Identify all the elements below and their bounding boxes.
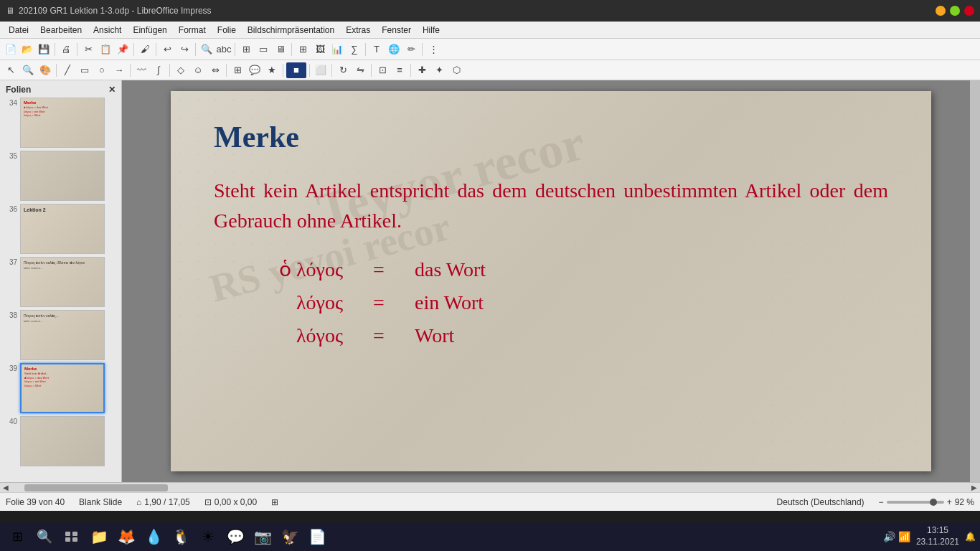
color-tool-icon[interactable]: 🎨	[37, 62, 53, 78]
menu-format[interactable]: Format	[173, 24, 212, 37]
slide-canvas[interactable]: Teyyor recor RS yevoi recor Merke Steht …	[171, 91, 931, 471]
formula-icon[interactable]: ∑	[347, 42, 362, 57]
ellipse-icon[interactable]: ○	[94, 62, 110, 78]
new-icon[interactable]: 📄	[3, 42, 19, 57]
scroll-thumb[interactable]	[971, 105, 980, 163]
textbox-icon[interactable]: T	[369, 42, 385, 57]
extrude-icon[interactable]: ⬡	[448, 62, 464, 78]
menu-bildschirm[interactable]: Bildschirmpräsentation	[242, 24, 340, 37]
app5-button[interactable]: ☀	[195, 524, 221, 550]
slide-img-40[interactable]	[20, 416, 105, 466]
image-icon[interactable]: 🖼	[312, 42, 328, 57]
copy-icon[interactable]: 📋	[98, 42, 113, 57]
redo-icon[interactable]: ↪	[176, 42, 192, 57]
more1-icon[interactable]: ⋮	[425, 42, 441, 57]
display-icon[interactable]: 🖥	[273, 42, 288, 57]
hscrollbar[interactable]: ◀ ▶	[0, 482, 980, 492]
brush-icon[interactable]: 🖌	[137, 42, 153, 57]
callout-icon[interactable]: 💬	[247, 62, 263, 78]
arrange-icon[interactable]: ⊡	[374, 62, 390, 78]
app9-button[interactable]: 📄	[304, 524, 330, 550]
close-button[interactable]	[964, 6, 974, 16]
app3-button[interactable]: 💧	[141, 524, 166, 550]
slide-thumb-34[interactable]: 34 Merke ὁ λόγος = das Wortλόγος = ein W…	[3, 98, 118, 148]
taskview-button[interactable]	[59, 524, 85, 550]
slide-thumb-37[interactable]: 37 Πέτρος ἐστὶν καλὸς. Βλέπει τὸν λόγον …	[3, 257, 118, 307]
curve-icon[interactable]: ∫	[151, 62, 166, 78]
glue-icon[interactable]: ✦	[431, 62, 447, 78]
hscroll-left-arrow[interactable]: ◀	[1, 484, 10, 491]
zoom-slider[interactable]	[887, 501, 944, 504]
slide-img-35[interactable]	[20, 151, 105, 201]
find-icon[interactable]: 🔍	[199, 42, 215, 57]
chart-icon[interactable]: 📊	[329, 42, 345, 57]
rotate-icon[interactable]: ↻	[335, 62, 351, 78]
slide-img-36[interactable]: Lektion 2	[20, 204, 105, 254]
filemanager-button[interactable]: 📁	[86, 524, 112, 550]
menu-extras[interactable]: Extras	[340, 24, 376, 37]
connector-icon[interactable]: →	[111, 62, 127, 78]
firefox-button[interactable]: 🦊	[113, 524, 139, 550]
grid-icon[interactable]: ⊞	[238, 42, 254, 57]
slide-thumb-39[interactable]: 39 Merke Steht kein Artikel...ὁ λόγος = …	[3, 363, 118, 413]
paste-icon[interactable]: 📌	[115, 42, 131, 57]
maximize-button[interactable]	[950, 6, 960, 16]
block-arrow-icon[interactable]: ⊞	[230, 62, 245, 78]
zoom-in-icon[interactable]: +	[947, 497, 952, 507]
smiley-icon[interactable]: ☺	[190, 62, 206, 78]
slide-img-38[interactable]: Πέτρος ἐστὶν καλὸς... table content...	[20, 310, 105, 360]
menu-folie[interactable]: Folie	[212, 24, 242, 37]
spell-icon[interactable]: abc	[216, 42, 232, 57]
shadow-icon[interactable]: ⬜	[313, 62, 329, 78]
line-icon[interactable]: ╱	[60, 62, 75, 78]
menu-hilfe[interactable]: Hilfe	[417, 24, 446, 37]
slide-img-37[interactable]: Πέτρος ἐστὶν καλὸς. Βλέπει τὸν λόγον tab…	[20, 257, 105, 307]
print-icon[interactable]: 🖨	[58, 42, 74, 57]
minimize-button[interactable]	[936, 6, 946, 16]
slide-thumb-35[interactable]: 35	[3, 151, 118, 201]
menu-datei[interactable]: Datei	[3, 24, 34, 37]
point-edit-icon[interactable]: ✚	[414, 62, 430, 78]
start-button[interactable]: ⊞	[4, 524, 30, 550]
canvas-area[interactable]: Teyyor recor RS yevoi recor Merke Steht …	[122, 80, 980, 482]
app4-button[interactable]: 🐧	[168, 524, 194, 550]
star-icon[interactable]: ★	[264, 62, 280, 78]
table-icon[interactable]: ⊞	[295, 42, 311, 57]
zoom-tool-icon[interactable]: 🔍	[20, 62, 36, 78]
menu-ansicht[interactable]: Ansicht	[88, 24, 127, 37]
panel-close-icon[interactable]: ✕	[108, 85, 116, 95]
view-icon[interactable]: ▭	[255, 42, 271, 57]
freehand-icon[interactable]: 〰	[133, 62, 149, 78]
hscroll-right-arrow[interactable]: ▶	[970, 484, 979, 491]
align-icon[interactable]: ≡	[392, 62, 407, 78]
app6-button[interactable]: 💬	[222, 524, 248, 550]
slide-thumb-40[interactable]: 40	[3, 416, 118, 466]
search-button[interactable]: 🔍	[32, 524, 57, 550]
slide-img-39[interactable]: Merke Steht kein Artikel...ὁ λόγος = das…	[20, 363, 105, 413]
slide-panel[interactable]: Folien ✕ 34 Merke ὁ λόγος = das Wortλόγο…	[0, 80, 122, 482]
open-icon[interactable]: 📂	[19, 42, 35, 57]
menu-einfuegen[interactable]: Einfügen	[127, 24, 172, 37]
cut-icon[interactable]: ✂	[80, 42, 96, 57]
scroll-up-arrow[interactable]: ▲	[971, 80, 980, 91]
slide-img-34[interactable]: Merke ὁ λόγος = das Wortλόγος = ein Wort…	[20, 98, 105, 148]
undo-icon[interactable]: ↩	[159, 42, 175, 57]
app8-button[interactable]: 🦅	[277, 524, 303, 550]
hscroll-thumb[interactable]	[24, 484, 168, 491]
save-icon[interactable]: 💾	[36, 42, 52, 57]
scroll-down-arrow[interactable]: ▼	[971, 471, 980, 482]
zoom-out-icon[interactable]: −	[879, 497, 884, 507]
notification-icon[interactable]: 🔔	[965, 532, 976, 542]
menu-fenster[interactable]: Fenster	[376, 24, 417, 37]
select-icon[interactable]: ↖	[3, 62, 19, 78]
slide-thumb-36[interactable]: 36 Lektion 2	[3, 204, 118, 254]
rect-icon[interactable]: ▭	[77, 62, 93, 78]
flip-icon[interactable]: ⇋	[352, 62, 368, 78]
app7-button[interactable]: 📷	[250, 524, 275, 550]
menu-bearbeiten[interactable]: Bearbeiten	[34, 24, 88, 37]
web-icon[interactable]: 🌐	[386, 42, 402, 57]
right-scrollbar[interactable]: ▲ ▼	[970, 80, 980, 482]
draw-icon[interactable]: ✏	[403, 42, 419, 57]
fill-icon[interactable]: ■	[286, 62, 306, 78]
arrow-shapes-icon[interactable]: ⇔	[207, 62, 223, 78]
